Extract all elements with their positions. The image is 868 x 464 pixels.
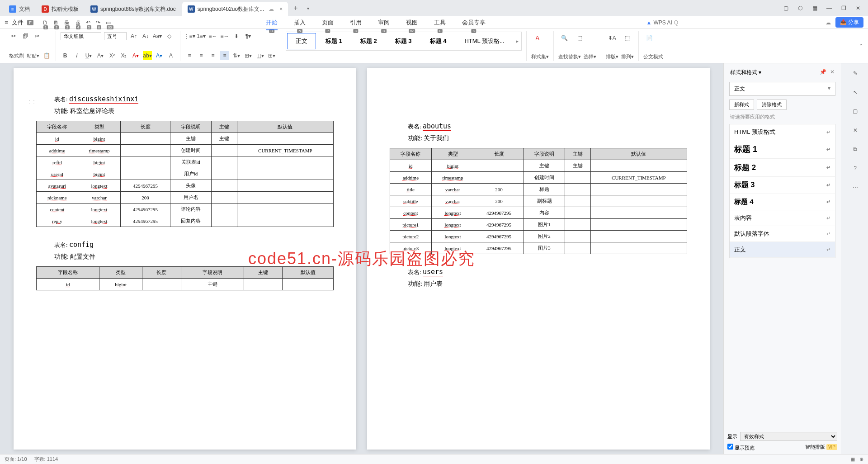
style-html[interactable]: HTML 预设格... [456,33,513,49]
menu-tab-insert[interactable]: 插入N [286,17,314,28]
style-normal[interactable]: 正文 [287,33,316,49]
style-h3[interactable]: 标题 3 [387,33,420,49]
rt-layers-icon[interactable]: ⧉ [850,144,861,155]
page-handle-icon[interactable]: ⋮⋮ [27,99,36,104]
bullet-icon[interactable]: ⋮≡▾ [185,32,194,41]
sort-icon[interactable]: ⬍ [232,32,241,41]
wc-icon3[interactable]: ▦ [808,2,821,14]
wc-icon1[interactable]: ▢ [779,2,792,14]
file-menu[interactable]: 文件 [12,19,24,27]
clear-format-icon[interactable]: ◇ [165,32,174,41]
qa-icon-4[interactable]: 🖨4 [75,19,80,26]
bold-icon[interactable]: B [61,51,70,60]
menu-tab-review[interactable]: 审阅R [370,17,398,28]
menu-tab-ref[interactable]: 引用S [342,17,370,28]
menu-tab-view[interactable]: 视图W [398,17,426,28]
close-icon[interactable]: × [279,6,283,12]
format-brush-button[interactable]: 格式刷 [9,52,24,59]
border-icon[interactable]: ⊞▾ [267,51,276,60]
gov-mode-button[interactable]: 公文模式 [643,53,663,60]
rt-more-icon[interactable]: ⋯ [850,182,861,193]
style-h4[interactable]: 标题 4 [421,33,455,49]
copy-icon[interactable]: 🗐 [21,32,30,41]
tab-dropdown[interactable]: ▾ [302,3,314,14]
underline-icon[interactable]: U▾ [84,51,93,60]
align-right-icon[interactable]: ≡ [208,51,217,60]
add-tab-button[interactable]: + [289,1,302,15]
line-space-icon[interactable]: ⇅▾ [232,51,241,60]
rt-tool-icon[interactable]: ✕ [850,125,861,136]
qa-icon-1[interactable]: 🗋1 [42,19,48,26]
spacing-icon[interactable]: ⊞▾ [244,51,253,60]
arrange-icon[interactable]: ⬚ [621,32,634,44]
menu-tab-tools[interactable]: 工具L [426,17,454,28]
rt-shape-icon[interactable]: ▢ [850,106,861,117]
qa-icon-6[interactable]: ↷6 [96,19,100,26]
find-replace-button[interactable]: 查找替换▾ [558,53,581,60]
wc-icon2[interactable]: ⬡ [794,2,807,14]
style-item[interactable]: HTML 预设格式↵ [730,124,835,140]
qa-icon-5[interactable]: ↶5 [86,19,90,26]
ribbon-collapse-icon[interactable]: ⌃ [859,31,863,61]
status-page[interactable]: 页面: 1/10 [5,456,27,463]
arrange-button[interactable]: 排列▾ [621,53,634,60]
menu-tab-member[interactable]: 会员专享K [454,17,494,28]
style-expand-icon[interactable]: ▸ [514,33,520,49]
style-item[interactable]: 标题 3↵ [730,177,835,194]
indent-dec-icon[interactable]: ≡← [208,32,217,41]
indent-inc-icon[interactable]: ≡→ [220,32,229,41]
italic-icon[interactable]: I [72,51,81,60]
sub-icon[interactable]: X₂ [119,51,128,60]
styleset-icon[interactable]: A [531,32,544,44]
wps-ai-button[interactable]: ▲WPS AI Q [646,19,679,26]
style-h2[interactable]: 标题 2 [352,33,386,49]
tab-file2-active[interactable]: Wspringboot4b2uo数据库文...☁× [182,2,288,16]
smart-layout-button[interactable]: 智能排版 VIP [805,444,837,451]
style-item[interactable]: 默认段落字体↵ [730,226,835,242]
super-icon[interactable]: X² [108,51,117,60]
tab-template[interactable]: D找稻壳模板 [36,2,84,16]
para-mark-icon[interactable]: ¶▾ [244,32,253,41]
style-item[interactable]: 标题 4↵ [730,194,835,210]
sp-current-style[interactable]: 正文▾ [729,82,835,96]
find-icon[interactable]: 🔍 [558,32,571,44]
strike-icon[interactable]: A▾ [96,51,105,60]
show-select[interactable]: 有效样式 [740,432,837,441]
font-color-icon[interactable]: A▾ [131,51,140,60]
menu-tab-start[interactable]: 开始H [258,17,286,28]
pin-icon[interactable]: 📌 [820,69,826,76]
cloud-sync-icon[interactable]: ☁ [826,19,831,26]
paste-opt-icon[interactable]: 📋 [42,51,51,60]
align-justify-icon[interactable]: ≡ [220,51,229,60]
style-h1[interactable]: 标题 1 [317,33,351,49]
zoom-icon[interactable]: ⊕ [859,456,863,462]
preview-checkbox[interactable]: 显示预览 [727,444,755,451]
number-icon[interactable]: 1≡▾ [197,32,206,41]
decrease-font-icon[interactable]: A↓ [141,32,150,41]
qa-icon-3[interactable]: 🖶3 [64,19,70,26]
shading-icon[interactable]: ◫▾ [255,51,264,60]
style-item[interactable]: 标题 2↵ [730,159,835,177]
tab-file1[interactable]: Wspringboot88sly数据库文档.doc [85,2,181,16]
cut-icon[interactable]: ✂ [9,32,18,41]
minimize-button[interactable]: — [823,2,835,14]
sort-button[interactable]: 排版▾ [606,53,618,60]
qa-icon-00[interactable]: ▭00 [106,19,111,26]
rt-cursor-icon[interactable]: ↖ [850,87,861,98]
menu-tab-page[interactable]: 页面P [314,17,342,28]
select-button[interactable]: 选择▾ [584,53,596,60]
color2-icon[interactable]: A▾ [155,51,164,60]
change-case-icon[interactable]: Aa▾ [153,32,162,41]
hamburger-icon[interactable]: ≡ [5,19,8,26]
rt-help-icon[interactable]: ? [850,163,861,174]
qa-icon-2[interactable]: 🗎2 [53,19,59,26]
style-item[interactable]: 标题 1↵ [730,140,835,159]
panel-close-icon[interactable]: ✕ [830,69,835,76]
align-center-icon[interactable]: ≡ [197,51,206,60]
highlight-icon[interactable]: ab▾ [143,51,152,60]
sort-layout-icon[interactable]: ⬍A [606,32,618,44]
select-icon[interactable]: ⬚ [574,32,586,44]
box-icon[interactable]: A [166,51,175,60]
style-item[interactable]: 正文↵ [730,242,835,258]
cut2-icon[interactable]: ✂ [33,32,42,41]
